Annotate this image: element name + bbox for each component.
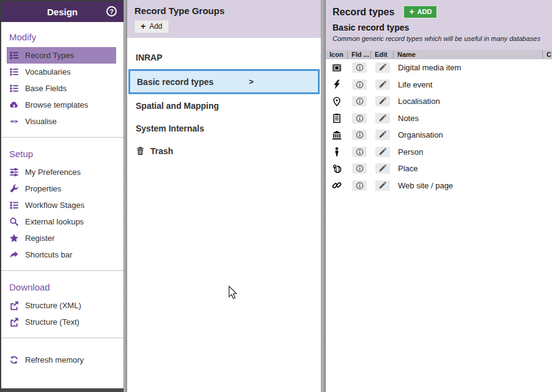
column-header-count: C [542,51,552,59]
info-button[interactable] [352,96,367,106]
record-type-name: Life event [394,80,552,89]
section-modify: Modify Record Types Vocabularies Base Fi… [1,22,123,130]
table-row: Place [326,160,552,177]
info-icon [356,182,364,190]
add-record-type-button-label: ADD [418,8,432,15]
sidebar-item-base-fields[interactable]: Base Fields [1,80,123,97]
table-row: Organisation [326,127,552,144]
info-button[interactable] [352,80,367,90]
sidebar-item-visualise[interactable]: Visualise [1,113,123,130]
record-types-panel: Record types + ADD Basic record types Co… [326,0,552,392]
sidebar-item-label: Shortcuts bar [25,250,72,259]
person-icon [332,147,342,157]
info-button[interactable] [352,130,367,140]
edit-button[interactable] [375,113,390,124]
sidebar-item-record-types[interactable]: Record Types [7,47,116,64]
info-icon [356,148,364,156]
bolt-icon [332,80,342,89]
group-item-trash[interactable]: Trash [127,139,321,162]
section-footer: Refresh memory [1,339,123,368]
list-icon [9,84,19,93]
sidebar-item-structure-xml[interactable]: Structure (XML) [1,297,123,314]
sidebar-item-label: Structure (Text) [25,317,79,327]
sidebar-item-structure-text[interactable]: Structure (Text) [1,314,123,330]
sidebar-item-workflow-stages[interactable]: Workflow Stages [1,197,123,213]
info-icon [356,81,364,89]
pencil-icon [378,165,386,172]
sidebar-item-label: Visualise [25,117,57,126]
groups-list: INRAP Basic record types > Spatial and M… [127,38,321,162]
edit-button[interactable] [375,180,390,191]
info-button[interactable] [352,147,367,157]
sidebar-item-my-preferences[interactable]: My Preferences [1,164,123,180]
globe-pin-icon [332,164,342,174]
share-arrow-icon [9,250,19,259]
sidebar-item-vocabularies[interactable]: Vocabularies [1,64,123,80]
sidebar-item-label: Structure (XML) [25,301,81,310]
edit-button[interactable] [375,130,390,140]
sidebar-title: Design [47,7,78,17]
panel-splitter[interactable] [321,0,326,392]
record-type-name: Place [394,164,552,173]
sidebar-divider [1,137,123,138]
link-icon [332,180,342,190]
groups-panel-header: Record Type Groups + Add [127,0,321,38]
help-icon[interactable]: ? [106,6,117,17]
info-button[interactable] [352,113,367,124]
info-button[interactable] [352,163,367,174]
group-item-basic-record-types[interactable]: Basic record types > [128,69,320,94]
info-button[interactable] [352,62,367,73]
add-group-button[interactable]: + Add [134,20,169,33]
edit-button[interactable] [375,62,390,73]
sidebar-item-label: Vocabularies [25,67,70,76]
pencil-icon [378,81,386,89]
sidebar-item-label: External lookups [25,217,84,226]
sidebar-item-properties[interactable]: Properties [1,180,123,197]
record-type-name: Localisation [394,97,552,106]
record-type-name: Person [394,147,552,157]
sidebar-item-shortcuts-bar[interactable]: Shortcuts bar [1,246,123,263]
sidebar-item-label: My Preferences [25,168,81,177]
info-icon [356,165,364,172]
edit-button[interactable] [375,147,390,157]
record-type-groups-panel: Record Type Groups + Add INRAP Basic rec… [127,0,321,392]
section-setup: Setup My Preferences Properties Workflow… [1,139,123,263]
pencil-icon [378,64,386,72]
table-row: Web site / page [326,177,552,194]
group-item-system-internals[interactable]: System Internals [127,117,321,139]
add-record-type-button[interactable]: + ADD [403,6,437,18]
group-item-label: System Internals [136,124,204,133]
list-icon [9,67,19,76]
edit-button[interactable] [375,163,390,174]
list-icon [9,201,19,210]
sidebar-item-refresh-memory[interactable]: Refresh memory [1,352,123,368]
clipboard-icon [332,113,342,123]
sidebar-item-external-lookups[interactable]: External lookups [1,213,123,230]
info-icon [356,131,364,139]
group-item-inrap[interactable]: INRAP [127,46,321,68]
sidebar-item-register[interactable]: Register [1,230,123,246]
pencil-icon [378,148,386,156]
edit-button[interactable] [375,80,390,90]
groups-panel-title: Record Type Groups [134,6,314,16]
section-download: Download Structure (XML) Structure (Text… [1,272,123,330]
bank-icon [332,130,342,140]
table-row: Notes [326,110,552,127]
edit-button[interactable] [375,96,390,106]
refresh-icon [9,355,19,364]
sidebar-item-label: Browse templates [25,100,88,109]
record-type-name: Notes [394,114,552,123]
record-type-name: Organisation [394,130,552,139]
info-button[interactable] [352,180,367,191]
group-item-spatial-and-mapping[interactable]: Spatial and Mapping [127,94,321,117]
sliders-icon [9,168,19,177]
column-header-fields: Fld ... [348,51,371,59]
records-panel-title: Record types [333,7,394,18]
record-type-name: Web site / page [394,181,552,190]
sidebar-divider [1,338,123,338]
design-sidebar: Design ? Modify Record Types Vocabularie… [0,0,123,392]
sidebar-item-browse-templates[interactable]: Browse templates [1,97,123,113]
pencil-icon [378,182,386,190]
sidebar-header: Design ? [1,1,123,22]
search-icon [9,217,19,226]
